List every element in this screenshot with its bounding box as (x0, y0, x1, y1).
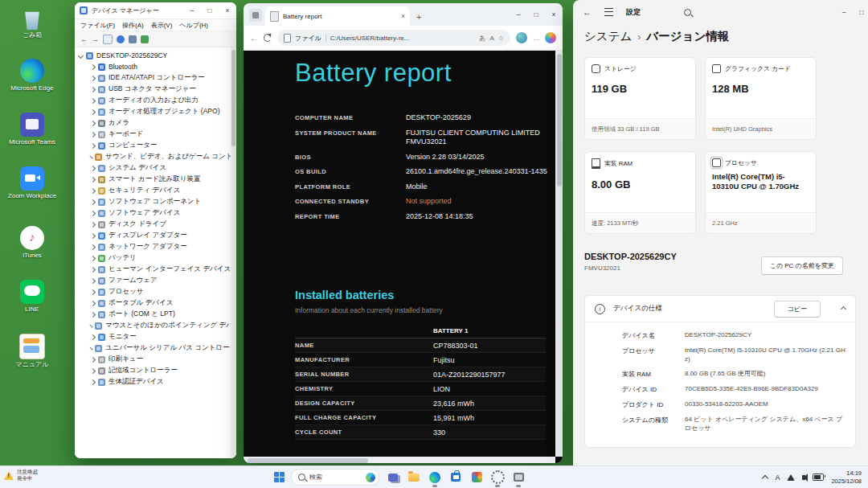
chevron-right-icon[interactable] (89, 155, 92, 158)
desktop-icon-teams[interactable]: Microsoft Teams (6, 113, 58, 146)
chevron-right-icon[interactable] (90, 176, 96, 182)
tree-item[interactable]: ヒューマン インターフェイス デバイス (75, 264, 236, 275)
desktop-icon-itunes[interactable]: iTunes (6, 226, 58, 259)
battery-icon[interactable] (813, 474, 824, 481)
chevron-right-icon[interactable] (90, 199, 96, 204)
clock[interactable]: 14:19 2025/12/08 (831, 470, 862, 485)
tree-item[interactable]: 記憶域コントローラー (75, 365, 236, 376)
settings-titlebar[interactable]: ← 設定 – □ × (573, 0, 868, 24)
tree-item[interactable]: オーディオ処理オブジェクト (APO) (75, 106, 236, 117)
tab-battery-report[interactable]: Battery report × (265, 6, 410, 26)
refresh-icon[interactable] (264, 34, 272, 42)
properties-icon[interactable] (129, 35, 137, 43)
chevron-right-icon[interactable] (90, 367, 96, 373)
chevron-right-icon[interactable] (89, 347, 92, 350)
tree-item[interactable]: ポータブル デバイス (75, 297, 236, 309)
tree-item[interactable]: 生体認証デバイス (75, 376, 236, 388)
edge-button[interactable] (428, 470, 442, 485)
tree-item[interactable]: キーボード (75, 129, 236, 140)
chevron-right-icon[interactable] (90, 244, 96, 249)
chevron-right-icon[interactable] (90, 165, 96, 170)
scrollbar-thumb[interactable] (557, 54, 562, 187)
search-icon[interactable] (684, 9, 691, 16)
chevron-right-icon[interactable] (90, 97, 96, 103)
device-manager-button[interactable] (511, 470, 526, 485)
rename-pc-button[interactable]: この PC の名前を変更 (761, 256, 843, 275)
tree-item[interactable]: ディスプレイ アダプター (75, 230, 236, 241)
explorer-button[interactable] (407, 470, 421, 485)
device-spec-header[interactable]: i デバイスの仕様 コピー (585, 296, 855, 322)
tree-item[interactable]: ソフトウェア コンポーネント (75, 196, 236, 207)
tree-item[interactable]: USB コネクタ マネージャー (75, 84, 236, 95)
tree-item[interactable]: モニター (75, 331, 236, 342)
scan-hardware-icon[interactable] (141, 35, 149, 43)
chevron-right-icon[interactable] (90, 120, 96, 125)
minimize-button[interactable]: – (183, 2, 201, 18)
chevron-right-icon[interactable] (90, 131, 96, 137)
tree-item[interactable]: コンピューター (75, 140, 236, 151)
read-aloud-icon[interactable]: A (489, 35, 493, 42)
maximize-button[interactable]: □ (853, 0, 868, 24)
profile-avatar[interactable] (516, 32, 527, 43)
tree-item[interactable]: ネットワーク アダプター (75, 241, 236, 252)
copy-button[interactable]: コピー (774, 301, 821, 318)
chevron-right-icon[interactable] (90, 64, 96, 69)
minimize-button[interactable]: – (510, 3, 527, 26)
breadcrumb-parent[interactable]: システム (584, 29, 632, 44)
start-button[interactable] (274, 472, 285, 482)
close-button[interactable]: × (545, 3, 563, 26)
menu-view[interactable]: 表示(V) (151, 21, 173, 30)
favorite-star-icon[interactable]: ☆ (498, 35, 504, 42)
chevron-right-icon[interactable] (90, 311, 96, 317)
desktop-icon-line[interactable]: LINE (6, 280, 58, 313)
volume-icon[interactable] (802, 475, 805, 480)
chevron-right-icon[interactable] (90, 86, 96, 92)
chevron-right-icon[interactable] (90, 255, 96, 260)
photos-button[interactable] (469, 470, 484, 485)
desktop-icon-zoom[interactable]: Zoom Workplace (6, 166, 58, 199)
address-bar[interactable]: ファイル C:/Users/USER/battery-re... あ A ☆ (277, 30, 510, 46)
more-menu-icon[interactable]: … (533, 35, 539, 42)
translate-icon[interactable]: あ (479, 34, 485, 43)
tree-item[interactable]: システム デバイス (75, 162, 236, 174)
chevron-right-icon[interactable] (90, 266, 96, 272)
back-icon[interactable]: ← (583, 7, 592, 17)
back-icon[interactable]: ← (80, 35, 88, 43)
tree-item[interactable]: プロセッサ (75, 286, 236, 297)
settings-button[interactable] (490, 470, 505, 485)
tree-item[interactable]: バッテリ (75, 252, 236, 264)
tree-item[interactable]: カメラ (75, 117, 236, 129)
chevron-up-icon[interactable] (841, 306, 846, 311)
chevron-right-icon[interactable] (89, 324, 92, 327)
new-tab-button[interactable]: + (416, 12, 421, 22)
horizontal-scrollbar[interactable] (244, 457, 555, 463)
forward-icon[interactable]: → (92, 35, 99, 43)
tree-item[interactable]: IDE ATA/ATAPI コントローラー (75, 72, 236, 84)
tree-item[interactable]: サウンド、ビデオ、およびゲーム コントローラー (75, 151, 236, 162)
vertical-scrollbar[interactable] (555, 51, 563, 457)
help-icon[interactable] (117, 35, 125, 43)
device-manager-titlebar[interactable]: デバイス マネージャー – □ × (75, 2, 236, 19)
chevron-right-icon[interactable] (90, 379, 96, 384)
store-button[interactable] (448, 470, 463, 485)
chevron-down-icon[interactable] (78, 52, 84, 58)
maximize-button[interactable]: □ (527, 3, 545, 26)
chevron-right-icon[interactable] (90, 356, 96, 362)
minimize-button[interactable]: – (835, 0, 853, 24)
chevron-right-icon[interactable] (90, 75, 96, 80)
tray-overflow-icon[interactable] (762, 474, 768, 481)
tree-item[interactable]: Bluetooth (75, 61, 236, 72)
tab-close-icon[interactable]: × (401, 12, 405, 20)
tree-item[interactable]: ポート (COM と LPT) (75, 309, 236, 320)
tree-item[interactable]: セキュリティ デバイス (75, 185, 236, 196)
scrollbar-thumb[interactable] (248, 458, 368, 463)
desktop-icon-edge[interactable]: Microsoft Edge (6, 59, 58, 92)
menu-help[interactable]: ヘルプ(H) (179, 21, 208, 30)
tree-item[interactable]: 印刷キュー (75, 354, 236, 365)
chevron-right-icon[interactable] (90, 109, 96, 114)
chevron-right-icon[interactable] (90, 187, 96, 193)
tree-root[interactable]: DESKTOP-2025629CY (75, 50, 236, 61)
alert-badge[interactable]: 注意喚起 発令中 (4, 469, 38, 482)
tab-actions-icon[interactable] (249, 9, 262, 22)
hamburger-menu-icon[interactable] (604, 8, 613, 16)
